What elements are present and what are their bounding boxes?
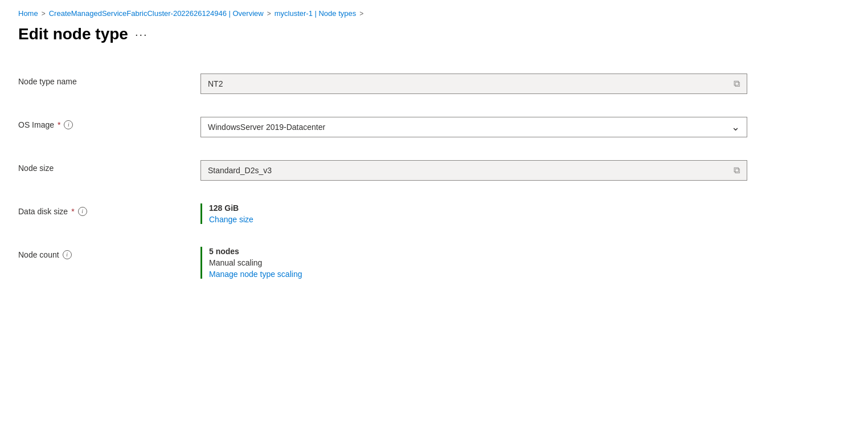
os-image-chevron-icon: ⌄ — [731, 121, 740, 133]
node-size-copy-icon[interactable]: ⧉ — [734, 165, 740, 176]
node-size-label-col: Node size — [18, 160, 200, 173]
manage-scaling-link[interactable]: Manage node type scaling — [209, 270, 816, 279]
breadcrumb-cluster-overview[interactable]: CreateManagedServiceFabricCluster-202262… — [49, 9, 264, 18]
node-count-value-block: 5 nodes Manual scaling Manage node type … — [200, 247, 816, 279]
node-type-name-control: NT2 ⧉ — [200, 74, 816, 94]
node-type-name-label-col: Node type name — [18, 74, 200, 86]
node-count-value: 5 nodes — [209, 247, 816, 256]
node-size-row: Node size Standard_D2s_v3 ⧉ — [18, 149, 816, 192]
page-title-row: Edit node type ··· — [18, 25, 850, 44]
more-actions-button[interactable]: ··· — [135, 28, 148, 40]
os-image-row: OS Image * i WindowsServer 2019-Datacent… — [18, 105, 816, 149]
node-count-label-col: Node count i — [18, 247, 200, 259]
os-image-label: OS Image — [18, 120, 54, 129]
os-image-required: * — [58, 120, 60, 129]
node-type-name-row: Node type name NT2 ⧉ — [18, 62, 816, 105]
node-count-label: Node count — [18, 250, 59, 259]
node-count-info-icon[interactable]: i — [63, 250, 72, 259]
breadcrumb-sep-3: > — [359, 10, 363, 18]
page-title: Edit node type — [18, 25, 128, 44]
change-size-link[interactable]: Change size — [209, 215, 816, 224]
data-disk-size-required: * — [71, 207, 74, 216]
node-type-name-copy-icon[interactable]: ⧉ — [734, 79, 740, 89]
os-image-value: WindowsServer 2019-Datacenter — [208, 123, 325, 132]
data-disk-size-label-col: Data disk size * i — [18, 203, 200, 216]
node-size-label: Node size — [18, 164, 54, 173]
node-size-input: Standard_D2s_v3 ⧉ — [200, 160, 747, 181]
data-disk-size-info-icon[interactable]: i — [78, 207, 87, 216]
node-type-name-label: Node type name — [18, 77, 77, 86]
node-count-row: Node count i 5 nodes Manual scaling Mana… — [18, 235, 816, 290]
node-type-name-value: NT2 — [208, 79, 223, 88]
data-disk-size-control: 128 GiB Change size — [200, 203, 816, 224]
os-image-info-icon[interactable]: i — [64, 120, 73, 129]
breadcrumb-node-types[interactable]: mycluster-1 | Node types — [275, 9, 357, 18]
node-count-scaling-label: Manual scaling — [209, 258, 816, 267]
node-size-value: Standard_D2s_v3 — [208, 166, 272, 175]
os-image-label-col: OS Image * i — [18, 117, 200, 129]
breadcrumb-home[interactable]: Home — [18, 9, 38, 18]
breadcrumb: Home > CreateManagedServiceFabricCluster… — [18, 9, 850, 18]
data-disk-size-value-block: 128 GiB Change size — [200, 203, 816, 224]
node-size-control: Standard_D2s_v3 ⧉ — [200, 160, 816, 181]
os-image-control: WindowsServer 2019-Datacenter ⌄ — [200, 117, 816, 137]
node-count-control: 5 nodes Manual scaling Manage node type … — [200, 247, 816, 279]
breadcrumb-sep-1: > — [42, 10, 46, 18]
breadcrumb-sep-2: > — [267, 10, 271, 18]
page-container: Home > CreateManagedServiceFabricCluster… — [0, 0, 868, 308]
data-disk-size-value: 128 GiB — [209, 203, 816, 213]
data-disk-size-row: Data disk size * i 128 GiB Change size — [18, 192, 816, 235]
form-section: Node type name NT2 ⧉ OS Image * i Window… — [18, 62, 816, 290]
os-image-dropdown[interactable]: WindowsServer 2019-Datacenter ⌄ — [200, 117, 747, 137]
node-type-name-input: NT2 ⧉ — [200, 74, 747, 94]
data-disk-size-label: Data disk size — [18, 207, 68, 216]
